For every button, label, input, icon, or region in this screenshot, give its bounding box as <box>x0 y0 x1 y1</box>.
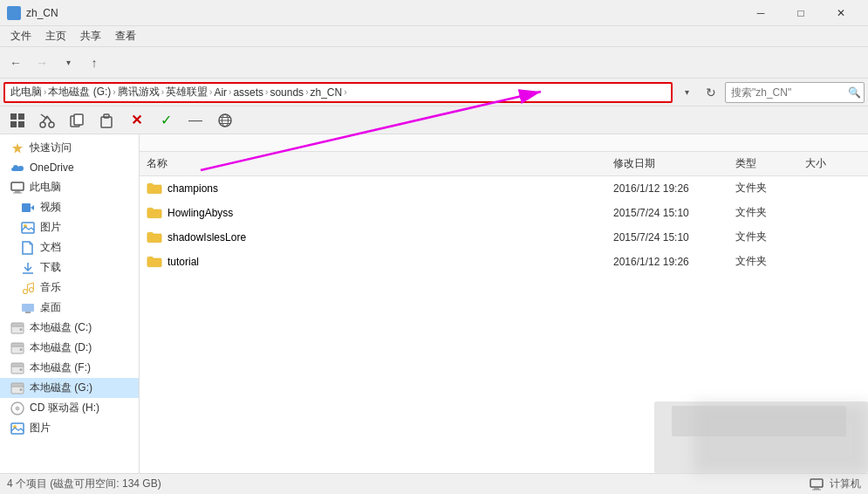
svg-rect-39 <box>11 343 24 346</box>
up-button[interactable]: ↑ <box>82 51 106 75</box>
file-type: 文件夹 <box>728 252 798 271</box>
sidebar-label: OneDrive <box>30 161 74 174</box>
sidebar-item-disk-f[interactable]: 本地磁盘 (F:) <box>0 358 139 378</box>
disk-f-icon <box>10 361 24 375</box>
path-segment-computer[interactable]: 此电脑 <box>10 85 42 99</box>
table-row[interactable]: tutorial 2016/1/12 19:26 文件夹 <box>140 250 868 274</box>
globe-button[interactable] <box>211 108 239 133</box>
view-toggle-button[interactable] <box>3 108 31 133</box>
window-title: zh_CN <box>26 7 58 19</box>
menu-file[interactable]: 文件 <box>3 27 38 45</box>
sidebar-label: 本地磁盘 (C:) <box>30 320 92 335</box>
nav-toolbar: ← → ▾ ↑ <box>0 47 868 79</box>
breadcrumb-path[interactable]: 此电脑 › 本地磁盘 (G:) › 腾讯游戏 › 英雄联盟 › Air › as… <box>3 82 673 103</box>
search-icon[interactable]: 🔍 <box>847 86 861 99</box>
path-segment-g[interactable]: 本地磁盘 (G:) <box>48 85 111 99</box>
app-icon <box>7 6 21 20</box>
sidebar-item-disk-d[interactable]: 本地磁盘 (D:) <box>0 338 139 358</box>
file-name: HowlingAbyss <box>167 207 233 219</box>
maximize-button[interactable]: □ <box>781 0 821 26</box>
disk-g-icon <box>10 381 24 395</box>
rename-button[interactable]: ✓ <box>152 108 180 133</box>
paste-button[interactable] <box>92 108 120 133</box>
col-header-size[interactable]: 大小 <box>798 154 868 174</box>
cut-button[interactable] <box>33 108 61 133</box>
path-segment-lol[interactable]: 英雄联盟 <box>166 85 208 99</box>
menu-home[interactable]: 主页 <box>38 27 73 45</box>
table-row[interactable]: HowlingAbyss 2015/7/24 15:10 文件夹 <box>140 201 868 225</box>
col-header-type[interactable]: 类型 <box>728 154 798 174</box>
music-icon <box>21 281 35 295</box>
path-segment-tencent[interactable]: 腾讯游戏 <box>118 85 160 99</box>
icon-toolbar: ✕ ✓ — <box>0 106 868 134</box>
sidebar-item-onedrive[interactable]: OneDrive <box>0 158 139 177</box>
disk-d-icon <box>10 341 24 355</box>
computer-label: 计算机 <box>810 477 861 491</box>
svg-point-40 <box>20 348 23 351</box>
svg-line-32 <box>28 283 34 285</box>
video-icon <box>21 201 35 215</box>
sidebar-item-music[interactable]: 音乐 <box>0 278 139 298</box>
back-button[interactable]: ← <box>3 51 28 75</box>
path-segment-assets[interactable]: assets <box>233 86 263 99</box>
path-segment-zhcn[interactable]: zh_CN <box>310 86 342 99</box>
col-header-name[interactable]: 名称 <box>140 154 606 174</box>
svg-rect-33 <box>22 304 34 312</box>
sidebar-label: 本地磁盘 (F:) <box>30 360 91 375</box>
sidebar-label: 此电脑 <box>30 180 61 195</box>
svg-point-37 <box>20 328 23 331</box>
table-row[interactable]: champions 2016/1/12 19:26 文件夹 <box>140 176 868 201</box>
sidebar-label: CD 驱动器 (H:) <box>30 401 99 415</box>
status-disk-info: 4 个项目 (磁盘可用空间: 134 GB) <box>7 477 161 491</box>
refresh-button[interactable]: ↻ <box>701 82 721 103</box>
svg-rect-1 <box>18 113 24 120</box>
svg-rect-52 <box>810 479 823 487</box>
sidebar-label: 桌面 <box>40 300 61 315</box>
table-row[interactable]: shadowIslesLore 2015/7/24 15:10 文件夹 <box>140 225 868 250</box>
recent-button[interactable]: ▾ <box>56 51 80 75</box>
search-input[interactable] <box>725 82 865 103</box>
dropdown-button[interactable]: ▾ <box>676 82 697 103</box>
cloud-icon <box>10 161 24 175</box>
file-size <box>798 260 868 264</box>
sidebar-item-documents[interactable]: 文档 <box>0 237 139 257</box>
sidebar-item-quickaccess[interactable]: 快速访问 <box>0 138 139 158</box>
svg-point-28 <box>24 289 28 293</box>
minimize-button[interactable]: ─ <box>741 0 781 26</box>
delete-button[interactable]: ✕ <box>122 108 150 133</box>
path-segment-air[interactable]: Air <box>214 86 227 99</box>
sidebar-item-disk-c[interactable]: 本地磁盘 (C:) <box>0 318 139 338</box>
path-segment-sounds[interactable]: sounds <box>270 86 304 99</box>
menu-bar: 文件 主页 共享 查看 <box>0 26 868 47</box>
sidebar-item-thispc[interactable]: 此电脑 <box>0 177 139 197</box>
sidebar-label: 本地磁盘 (D:) <box>30 340 92 355</box>
title-bar: zh_CN ─ □ ✕ <box>0 0 868 26</box>
status-bar: 4 个项目 (磁盘可用空间: 134 GB) 计算机 <box>0 473 868 494</box>
svg-rect-10 <box>74 114 83 125</box>
file-date: 2016/1/12 19:26 <box>606 181 728 196</box>
new-folder-button[interactable]: — <box>181 108 209 133</box>
sidebar-item-desktop[interactable]: 桌面 <box>0 298 139 318</box>
forward-button[interactable]: → <box>30 51 54 75</box>
col-header-date[interactable]: 修改日期 <box>606 154 728 174</box>
sidebar-label: 图片 <box>30 421 51 436</box>
sidebar-label: 快速访问 <box>30 141 72 155</box>
sidebar: 快速访问 OneDrive 此电脑 <box>0 134 140 473</box>
sidebar-item-video[interactable]: 视频 <box>0 197 139 217</box>
menu-view[interactable]: 查看 <box>108 27 143 45</box>
sidebar-item-disk-g[interactable]: 本地磁盘 (G:) <box>0 378 139 398</box>
sidebar-item-downloads[interactable]: 下载 <box>0 257 139 278</box>
copy-button[interactable] <box>63 108 91 133</box>
file-name: shadowIslesLore <box>167 231 246 244</box>
svg-point-4 <box>40 122 45 127</box>
svg-marker-23 <box>31 205 34 210</box>
close-button[interactable]: ✕ <box>821 0 861 26</box>
file-date: 2016/1/12 19:26 <box>606 254 728 270</box>
sidebar-item-cd-h[interactable]: CD 驱动器 (H:) <box>0 398 139 418</box>
sidebar-item-image2[interactable]: 图片 <box>0 418 139 438</box>
file-size <box>798 236 868 239</box>
svg-rect-19 <box>11 182 24 190</box>
menu-share[interactable]: 共享 <box>73 27 108 45</box>
image-icon <box>21 221 35 235</box>
sidebar-item-pictures[interactable]: 图片 <box>0 217 139 237</box>
